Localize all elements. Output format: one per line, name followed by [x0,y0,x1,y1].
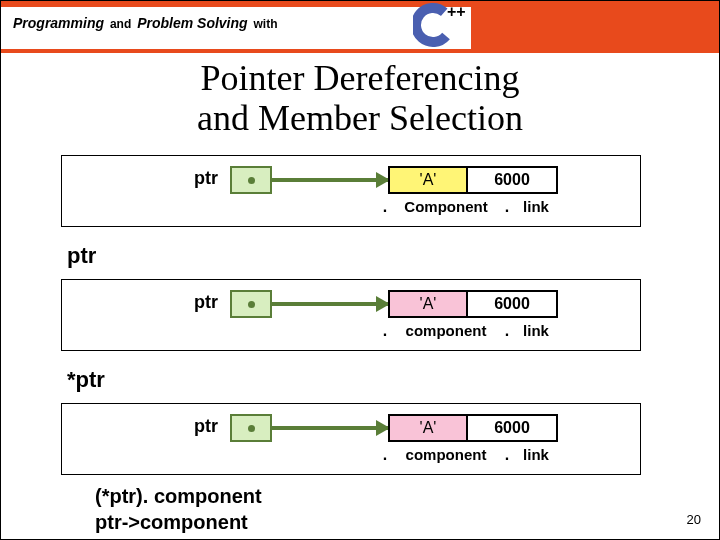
arrow-icon [272,302,388,306]
page-number: 20 [687,512,701,527]
header-and: and [110,17,131,31]
ptr-label: ptr [194,168,218,189]
dot-operator: . [380,198,390,216]
diagram-row-2: ptr 'A' 6000 . component . link [61,279,641,351]
header-title: Programming and Problem Solving with [13,15,280,31]
callout-deref-dot: (*ptr). component [95,485,262,508]
header-white-panel: Programming and Problem Solving with [1,1,471,53]
title-line2: and Member Selection [197,98,523,138]
header-word2: Problem Solving [137,15,247,31]
callout-deref-ptr: *ptr [67,367,105,393]
title-line1: Pointer Dereferencing [201,58,520,98]
dot-operator: . [502,322,512,340]
diagram-row-1: ptr 'A' 6000 . Component . link [61,155,641,227]
ptr-dot-icon [248,425,255,432]
ptr-label: ptr [194,292,218,313]
node: 'A' 6000 [388,166,558,194]
node: 'A' 6000 [388,414,558,442]
dot-operator: . [502,198,512,216]
callout-arrow-op: ptr->component [95,511,248,534]
header-word1: Programming [13,15,104,31]
callout-ptr: ptr [67,243,96,269]
node: 'A' 6000 [388,290,558,318]
arrow-icon [272,426,388,430]
arrow-icon [272,178,388,182]
node-link-cell: 6000 [468,166,558,194]
node-component-cell: 'A' [388,166,468,194]
node-labels: . Component . link [380,198,580,216]
dot-operator: . [380,322,390,340]
cpp-plusplus: ++ [447,3,466,20]
component-label: component [390,322,502,340]
node-component-cell: 'A' [388,414,468,442]
header-rule-top [1,1,471,7]
node-labels: . component . link [380,446,580,464]
component-label: component [390,446,502,464]
diagram-row-3: ptr 'A' 6000 . component . link [61,403,641,475]
link-label: link [512,198,560,216]
slide-title: Pointer Dereferencing and Member Selecti… [1,59,719,138]
header-with: with [254,17,278,31]
node-component-cell: 'A' [388,290,468,318]
header-bar: Programming and Problem Solving with ++ [1,1,719,53]
ptr-dot-icon [248,177,255,184]
ptr-dot-icon [248,301,255,308]
component-label: Component [390,198,502,216]
dot-operator: . [502,446,512,464]
dot-operator: . [380,446,390,464]
ptr-box [230,290,272,318]
node-link-cell: 6000 [468,414,558,442]
node-labels: . component . link [380,322,580,340]
ptr-box [230,414,272,442]
ptr-box [230,166,272,194]
ptr-label: ptr [194,416,218,437]
link-label: link [512,446,560,464]
cpp-logo-icon: ++ [413,0,469,57]
header-rule-bottom [1,49,471,53]
node-link-cell: 6000 [468,290,558,318]
link-label: link [512,322,560,340]
